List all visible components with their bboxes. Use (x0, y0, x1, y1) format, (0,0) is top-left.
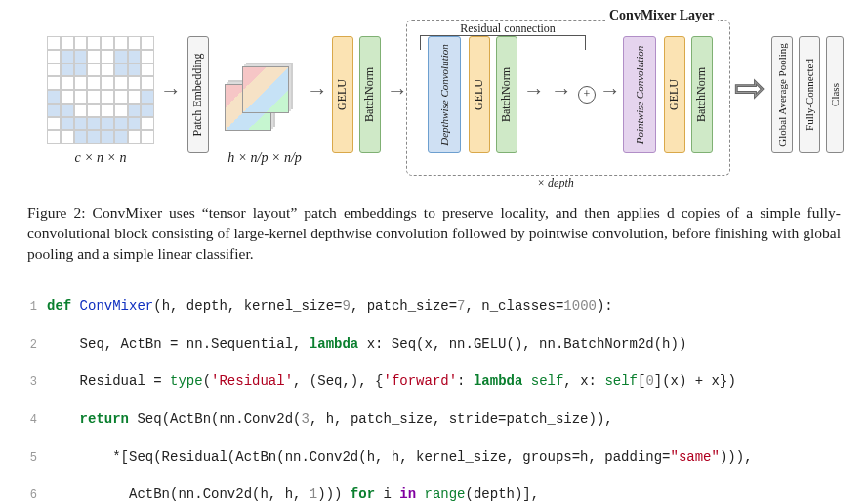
arrow-icon: → (387, 78, 408, 104)
fc-block: Fully-Connected (799, 36, 820, 153)
code-line: 1def ConvMixer(h, depth, kernel_size=9, … (20, 297, 848, 315)
code-line: 2 Seq, ActBn = nn.Sequential, lambda x: … (20, 335, 848, 354)
arrow-icon: → (599, 78, 621, 104)
gelu-block: GELU (332, 36, 353, 153)
code-line: 3 Residual = type('Residual', (Seq,), {'… (20, 372, 848, 391)
gap-block: Global Average Pooling (771, 36, 793, 153)
code-line: 5 *[Seq(Residual(ActBn(nn.Conv2d(h, h, k… (20, 448, 848, 467)
batchnorm-block: BatchNorm (359, 36, 381, 153)
code-line: 4 return Seq(ActBn(nn.Conv2d(3, h, patch… (20, 410, 848, 429)
patch-embedding-label: Patch Embedding (191, 54, 204, 137)
code-line: 6 ActBn(nn.Conv2d(h, h, 1))) for i in ra… (20, 485, 848, 503)
cube-shape-label: h × n/p × n/p (211, 150, 318, 166)
batchnorm-block: BatchNorm (691, 36, 713, 153)
batchnorm-block: BatchNorm (496, 36, 517, 153)
architecture-diagram: c × n × n → Patch Embedding h × n/p × n/… (20, 12, 849, 197)
figure-2-text: ConvMixer uses “tensor layout” patch emb… (27, 204, 841, 262)
input-shape-label: c × n × n (47, 150, 154, 166)
arrow-icon: → (160, 78, 182, 104)
arrow-icon: → (551, 78, 572, 104)
depthwise-conv-block: Depthwise Convolution (428, 36, 461, 153)
residual-add-node: + (578, 86, 596, 104)
arrow-icon: → (307, 78, 328, 104)
pointwise-conv-block: Pointwise Convolution (623, 36, 656, 153)
input-grid (47, 36, 154, 144)
big-arrow-icon: ⇨ (734, 66, 765, 109)
arrow-icon: → (523, 78, 545, 104)
class-block: Class (826, 36, 844, 153)
depth-label: × depth (537, 176, 574, 190)
convmixer-layer-title: ConvMixer Layer (605, 8, 718, 23)
gelu-block: GELU (664, 36, 685, 153)
code-listing: 1def ConvMixer(h, depth, kernel_size=9, … (20, 278, 848, 503)
gelu-block: GELU (469, 36, 490, 153)
residual-caption: Residual connection (449, 21, 566, 36)
patch-embedding-block: Patch Embedding (187, 36, 209, 153)
feature-cubes (221, 41, 299, 148)
figure-2-prefix: Figure 2: (27, 204, 93, 221)
figure-2-caption: Figure 2: ConvMixer uses “tensor layout”… (27, 203, 841, 265)
